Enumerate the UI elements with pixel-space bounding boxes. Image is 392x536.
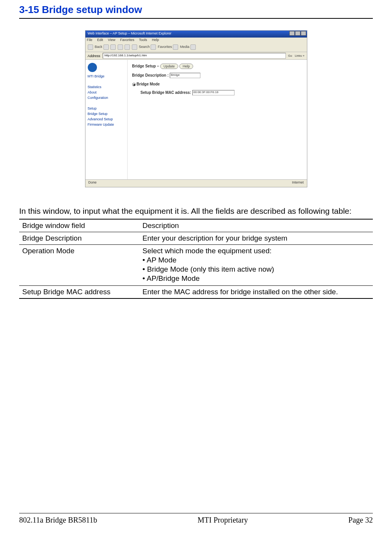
menu-bar: File Edit View Favorites Tools Help <box>85 38 307 44</box>
cell-field: Setup Bridge MAC address <box>19 286 139 299</box>
maximize-icon[interactable] <box>295 31 300 36</box>
page-title: Bridge Setup – <box>132 64 159 68</box>
minimize-icon[interactable] <box>289 31 295 36</box>
screenshot-container: Web Interface – AP Setup – Microsoft Int… <box>19 30 373 187</box>
bridge-mac-input[interactable]: 00:00:3F:00:F6:18 <box>192 90 235 95</box>
sidebar-configuration[interactable]: Configuration <box>88 96 125 100</box>
menu-tools[interactable]: Tools <box>139 38 147 42</box>
header-desc: Description <box>139 219 373 232</box>
back-icon[interactable] <box>88 44 93 50</box>
sidebar-bridge-setup[interactable]: Bridge Setup <box>88 112 125 116</box>
header-field: Bridge window field <box>19 219 139 232</box>
menu-favorites[interactable]: Favorites <box>120 38 134 42</box>
toolbar-favorites-label: Favorites <box>158 45 172 49</box>
status-bar: Done Internet <box>85 179 307 187</box>
cell-desc: Select which mode the equipment used: AP… <box>139 245 373 286</box>
menu-file[interactable]: File <box>87 38 93 42</box>
page-footer: 802.11a Bridge BR5811b MTI Proprietary P… <box>19 513 373 525</box>
search-icon[interactable] <box>132 44 137 50</box>
sidebar-advanced-setup[interactable]: Advanced Setup <box>88 117 125 121</box>
cell-desc: Enter your description for your bridge s… <box>139 232 373 245</box>
go-button[interactable]: Go <box>288 54 292 57</box>
stop-icon[interactable] <box>110 44 116 50</box>
favorites-icon[interactable] <box>151 44 156 50</box>
toolbar-back-label: Back <box>95 45 102 49</box>
menu-edit[interactable]: Edit <box>97 38 103 42</box>
list-item: Bridge Mode (only this item active now) <box>143 265 370 274</box>
home-icon[interactable] <box>125 44 130 50</box>
sidebar-firmware-update[interactable]: Firmware Update <box>88 123 125 126</box>
bridge-mac-label: Setup Bridge MAC address: <box>141 90 191 95</box>
cell-field: Bridge Description <box>19 232 139 245</box>
bridge-mode-label: Bridge Mode <box>136 82 160 86</box>
section-heading: 3-15 Bridge setup window <box>19 4 373 19</box>
address-bar: Address http://192.168.1.1/setup/b1.htm … <box>85 52 307 60</box>
sidebar: MTI Bridge Statistics About Configuratio… <box>85 60 128 179</box>
browser-window: Web Interface – AP Setup – Microsoft Int… <box>85 30 307 187</box>
history-icon[interactable] <box>190 44 196 50</box>
status-zone: Internet <box>292 180 304 186</box>
sidebar-statistics[interactable]: Statistics <box>88 85 125 89</box>
refresh-icon[interactable] <box>118 44 123 50</box>
update-button[interactable]: Update <box>160 64 178 69</box>
footer-left: 802.11a Bridge BR5811b <box>19 516 97 525</box>
bridge-mode-radio[interactable] <box>132 83 136 86</box>
address-label: Address <box>88 54 100 58</box>
table-header-row: Bridge window field Description <box>19 219 373 232</box>
help-button[interactable]: Help <box>179 64 194 69</box>
toolbar: Back Search Favorites Media <box>85 44 307 52</box>
close-icon[interactable] <box>301 31 306 36</box>
bridge-desc-input[interactable]: Bridge <box>170 73 200 78</box>
field-description-table: Bridge window field Description Bridge D… <box>19 219 373 299</box>
links-label[interactable]: Links <box>295 54 302 57</box>
toolbar-media-label: Media <box>180 45 190 49</box>
table-row: Operation Mode Select which mode the equ… <box>19 245 373 286</box>
sidebar-about[interactable]: About <box>88 90 125 94</box>
cell-desc-intro: Select which mode the equipment used: <box>143 247 272 255</box>
cell-field: Operation Mode <box>19 245 139 286</box>
list-item: AP Mode <box>143 256 370 264</box>
mode-list: AP Mode Bridge Mode (only this item acti… <box>143 256 370 283</box>
footer-center: MTI Proprietary <box>197 516 248 525</box>
sidebar-brand[interactable]: MTI Bridge <box>88 74 125 78</box>
bridge-desc-label: Bridge Description : <box>132 73 169 77</box>
list-item: AP/Bridge Mode <box>143 274 370 283</box>
media-icon[interactable] <box>173 44 178 50</box>
sidebar-setup[interactable]: Setup <box>88 107 125 110</box>
table-row: Setup Bridge MAC address Enter the MAC a… <box>19 286 373 299</box>
address-input[interactable]: http://192.168.1.1/setup/b1.htm <box>103 53 286 59</box>
window-titlebar: Web Interface – AP Setup – Microsoft Int… <box>85 31 307 38</box>
menu-help[interactable]: Help <box>152 38 159 42</box>
intro-text: In this window, to input what the equipm… <box>19 207 373 216</box>
footer-right: Page 32 <box>348 516 373 525</box>
table-row: Bridge Description Enter your descriptio… <box>19 232 373 245</box>
status-done: Done <box>89 180 97 186</box>
toolbar-search-label: Search <box>139 45 150 49</box>
window-title-text: Web Interface – AP Setup – Microsoft Int… <box>88 31 172 35</box>
brand-logo-icon <box>88 63 97 72</box>
forward-icon[interactable] <box>103 44 109 50</box>
menu-view[interactable]: View <box>108 38 115 42</box>
main-panel: Bridge Setup – Update Help Bridge Descri… <box>128 60 307 179</box>
cell-desc: Enter the MAC address for bridge install… <box>139 286 373 299</box>
